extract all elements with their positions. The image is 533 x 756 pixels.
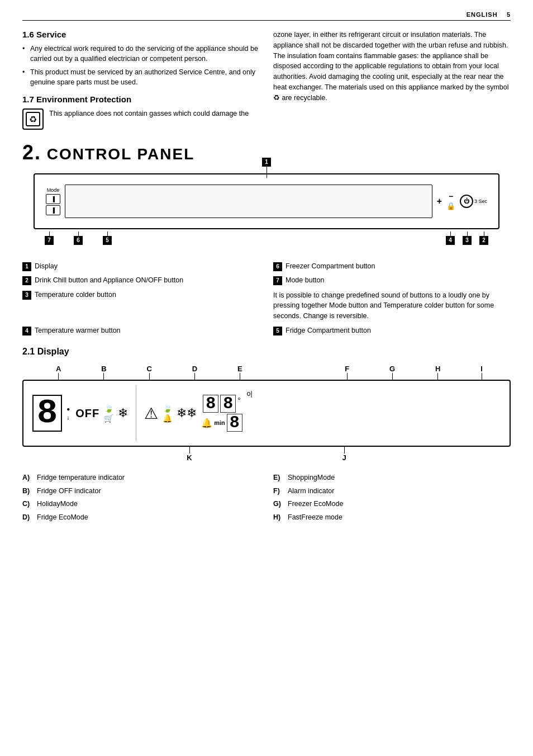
mode-buttons-group: Mode ▐ ▐ [46, 187, 60, 215]
legend-letter-c: C) [22, 499, 34, 509]
display-diagram-container: A B C D E F [22, 365, 511, 462]
section-1-6-title: 1.6 Service [22, 30, 260, 39]
panel-display-area [65, 185, 432, 218]
legend-letter-d: D) [22, 513, 34, 523]
control-panel-box: Mode ▐ ▐ + − 🔒 ⏻ 3 Sec [34, 173, 499, 229]
legend-letter-a: A) [22, 473, 34, 483]
label-e: E [237, 365, 242, 380]
display-left-section: 8 ● ↓ OFF 🍃 🛒 ❄ [32, 385, 136, 441]
legend-letter-h: H) [273, 513, 284, 523]
section-1-6-num: 1.6 [22, 30, 34, 39]
bell-icon: 🔔 [163, 414, 172, 423]
display-legend-g: G) Freezer EcoMode [273, 499, 511, 509]
cart-icon: 🛒 [104, 414, 113, 423]
section-1-7-text: Environment Protection [36, 94, 131, 104]
display-legend-d: D) Fridge EcoMode [22, 513, 260, 523]
legend-desc-d: Fridge EcoMode [37, 513, 88, 523]
legend-text-4: Temperature warmer button [35, 326, 121, 336]
label-c: C [146, 365, 151, 380]
legend-item-note: It is possible to change predefined soun… [273, 290, 511, 322]
right-controls: + − 🔒 ⏻ 3 Sec [437, 192, 487, 210]
num-6-indicator: 6 [74, 231, 83, 245]
legend-item-2: 2 Drink Chill button and Appliance ON/OF… [22, 276, 260, 286]
legend-text-7: Mode button [285, 276, 325, 286]
display-legend: A) Fridge temperature indicator E) Shopp… [22, 473, 511, 522]
mode-label: Mode [47, 187, 60, 193]
display-legend-a: A) Fridge temperature indicator [22, 473, 260, 483]
legend-num-7: 7 [273, 276, 282, 285]
label-g: G [389, 365, 395, 380]
power-button[interactable]: ⏻ [460, 195, 473, 208]
label-a: A [56, 365, 61, 380]
legend-desc-f: Alarm indicator [288, 486, 334, 497]
min-label: min [214, 419, 225, 426]
language-label: ENGLISH [467, 11, 498, 18]
legend-desc-e: ShoppingMode [288, 473, 335, 483]
spacer [282, 365, 304, 380]
legend-letter-g: G) [273, 499, 284, 509]
off-indicator: OFF [75, 407, 99, 420]
legend-desc-c: HolidayMode [37, 499, 78, 509]
legend-letter-f: F) [273, 486, 284, 497]
section-2: 2. CONTROL PANEL 1 Mode ▐ ▐ + − 🔒 [22, 141, 511, 336]
minus-sign: − [449, 192, 453, 201]
label-f: F [345, 365, 349, 380]
bottom-left-nums: 7 6 5 [34, 231, 112, 245]
snowflake-icon-left: ❄ [118, 406, 128, 420]
legend-desc-h: FastFreeze mode [288, 513, 342, 523]
label-h: H [435, 365, 440, 380]
legend-item-1: 1 Display [22, 262, 260, 272]
fast-freeze-icon: ❄❄ [177, 406, 197, 420]
legend-text-1: Display [35, 262, 58, 272]
legend-text-5: Fridge Compartment button [285, 326, 371, 336]
top-number-indicator: 1 [262, 158, 271, 178]
section-1-6-list: Any electrical work required to do the s… [22, 44, 260, 88]
right-col-text: ozone layer, in either its refrigerant c… [273, 30, 511, 103]
section-2-1: 2.1 Display A B C D E [22, 347, 511, 522]
display-box: 8 ● ↓ OFF 🍃 🛒 ❄ ⚠ [22, 380, 511, 447]
minus-lock-group: − 🔒 [446, 192, 455, 210]
legend-desc-g: Freezer EcoMode [288, 499, 343, 509]
legend-item-7: 7 Mode button [273, 276, 511, 286]
bottom-right-nums: 4 3 2 [446, 231, 499, 245]
section-1-6: 1.6 Service Any electrical work required… [22, 30, 260, 88]
small-icons-left: ● ↓ [66, 406, 70, 420]
plus-sign: + [437, 196, 442, 206]
num-4-indicator: 4 [446, 231, 455, 245]
list-item: Any electrical work required to do the s… [22, 44, 260, 64]
freezer-mode-icons: 🍃 🔔 [163, 404, 172, 423]
legend-desc-a: Fridge temperature indicator [37, 473, 125, 483]
left-column: 1.6 Service Any electrical work required… [22, 30, 260, 130]
label-k: K [187, 447, 192, 462]
alarm-bell-icon: 🔔 [201, 418, 212, 428]
section-1-7: 1.7 Environment Protection ♻ This applia… [22, 94, 260, 130]
control-panel-legend: 1 Display 6 Freezer Compartment button 2… [22, 262, 511, 336]
legend-num-1: 1 [22, 262, 31, 271]
legend-num-3: 3 [22, 291, 31, 300]
display-legend-f: F) Alarm indicator [273, 486, 511, 497]
section-2-1-title: 2.1 Display [22, 347, 511, 357]
display-legend-b: B) Fridge OFF indicator [22, 486, 260, 497]
legend-item-4: 4 Temperature warmer button [22, 326, 260, 336]
bottom-numbers-row: 7 6 5 4 3 [34, 231, 499, 245]
freezer-digit-2: 8 [220, 395, 236, 413]
bottom-labels-row: K J [22, 447, 511, 462]
section-2-1-text: Display [37, 347, 69, 356]
freezer-digits-row: 8 8 ° [203, 395, 241, 413]
display-legend-h: H) FastFreeze mode [273, 513, 511, 523]
section-1-6-text: Service [36, 30, 66, 39]
three-sec-label: 3 Sec [474, 199, 487, 204]
section-1-7-title: 1.7 Environment Protection [22, 94, 260, 104]
legend-desc-b: Fridge OFF indicator [37, 486, 101, 497]
legend-letter-e: E) [273, 473, 284, 483]
legend-letter-b: B) [22, 486, 34, 497]
legend-text-3: Temperature colder button [35, 290, 116, 300]
num-5-indicator: 5 [103, 231, 112, 245]
label-b: B [101, 365, 106, 380]
freezer-temp-display: 8 8 ° 🔔 min 8 [201, 395, 242, 432]
list-item: This product must be serviced by an auth… [22, 67, 260, 87]
freezer-digit-1: 8 [203, 395, 218, 413]
mode-icons-col: 🍃 🛒 [104, 404, 113, 423]
section-2-1-num: 2.1 [22, 347, 35, 356]
eco-icon: ♻ [22, 108, 44, 130]
